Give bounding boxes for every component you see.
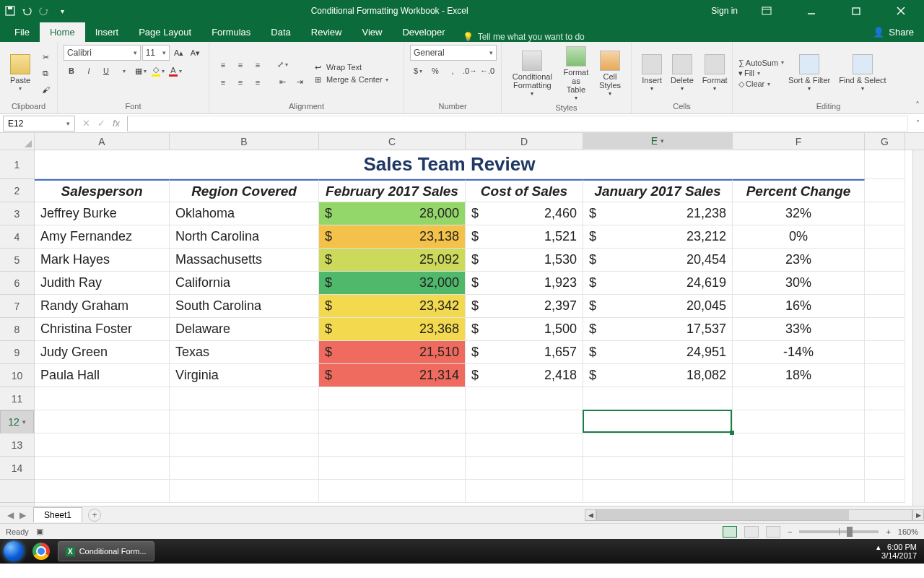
cell-A[interactable] bbox=[35, 457, 170, 480]
row-head-7[interactable]: 7 bbox=[0, 295, 34, 318]
cell-D[interactable]: $1,521 bbox=[466, 225, 583, 249]
enter-formula-icon[interactable]: ✓ bbox=[97, 118, 105, 129]
maximize-icon[interactable] bbox=[840, 0, 872, 22]
cell-F[interactable]: 0% bbox=[733, 225, 865, 249]
align-right-icon[interactable]: ≡ bbox=[250, 75, 266, 90]
tab-data[interactable]: Data bbox=[261, 22, 300, 42]
tab-page-layout[interactable]: Page Layout bbox=[128, 22, 201, 42]
italic-button[interactable]: I bbox=[81, 64, 97, 78]
cell-D[interactable] bbox=[466, 457, 583, 480]
cell-B[interactable]: Region Covered bbox=[170, 179, 319, 202]
cell-F[interactable] bbox=[733, 387, 865, 410]
cell-A[interactable]: Mark Hayes bbox=[35, 249, 170, 272]
save-icon[interactable] bbox=[4, 5, 16, 17]
cell-E[interactable]: $21,238 bbox=[583, 202, 733, 225]
qat-customize-icon[interactable]: ▾ bbox=[56, 5, 68, 17]
cell-D[interactable] bbox=[466, 480, 583, 503]
tray-chevron-icon[interactable]: ▴ bbox=[876, 543, 881, 551]
cell-B[interactable] bbox=[170, 457, 319, 480]
sort-filter-button[interactable]: Sort & Filter▾ bbox=[784, 53, 834, 94]
hscroll-left-icon[interactable]: ◀ bbox=[585, 509, 596, 521]
format-cells-button[interactable]: Format▾ bbox=[698, 53, 732, 94]
increase-font-icon[interactable]: A▴ bbox=[171, 46, 186, 60]
cell-A[interactable] bbox=[35, 434, 170, 457]
cancel-formula-icon[interactable]: ✕ bbox=[82, 118, 90, 129]
clear-button[interactable]: ◇ Clear bbox=[738, 79, 784, 89]
tab-insert[interactable]: Insert bbox=[85, 22, 129, 42]
insert-cells-button[interactable]: Insert▾ bbox=[637, 53, 666, 94]
cell-F[interactable] bbox=[733, 434, 865, 457]
cell-B[interactable]: Texas bbox=[170, 341, 319, 364]
collapse-ribbon-icon[interactable]: ˄ bbox=[915, 100, 920, 111]
cell-C[interactable]: $23,138 bbox=[319, 225, 466, 249]
cell-G[interactable] bbox=[865, 179, 905, 202]
bold-button[interactable]: B bbox=[64, 64, 79, 78]
cell-A[interactable]: Paula Hall bbox=[35, 364, 170, 387]
col-head-e[interactable]: E bbox=[583, 133, 733, 149]
cell-B[interactable]: South Carolina bbox=[170, 295, 319, 318]
cell-C[interactable] bbox=[319, 480, 466, 503]
cell-D[interactable]: Cost of Sales bbox=[466, 179, 583, 202]
cell-E[interactable]: $20,454 bbox=[583, 249, 733, 272]
comma-format-icon[interactable]: , bbox=[445, 64, 461, 78]
row-head-5[interactable]: 5 bbox=[0, 249, 34, 272]
cell-F[interactable]: 16% bbox=[733, 295, 865, 318]
cell-F[interactable]: -14% bbox=[733, 341, 865, 364]
autosum-button[interactable]: ∑ AutoSum bbox=[738, 59, 784, 67]
tab-view[interactable]: View bbox=[352, 22, 392, 42]
row-head-10[interactable]: 10 bbox=[0, 364, 34, 387]
cell-B[interactable] bbox=[170, 387, 319, 410]
share-button[interactable]: 👤 Share bbox=[863, 22, 924, 42]
underline-dropdown[interactable] bbox=[116, 64, 131, 78]
font-size-select[interactable]: 11 bbox=[142, 45, 170, 61]
percent-format-icon[interactable]: % bbox=[427, 64, 443, 78]
align-middle-icon[interactable]: ≡ bbox=[232, 58, 248, 72]
cell-E[interactable] bbox=[583, 457, 733, 480]
sheet-tab-1[interactable]: Sheet1 bbox=[33, 507, 82, 522]
cell-F[interactable]: 23% bbox=[733, 249, 865, 272]
cell-F[interactable]: Percent Change bbox=[733, 179, 865, 202]
accounting-format-icon[interactable]: $ bbox=[410, 64, 426, 78]
row-head-12[interactable]: 12 bbox=[0, 410, 34, 434]
cell-E[interactable]: $24,951 bbox=[583, 341, 733, 364]
select-all-corner[interactable] bbox=[0, 133, 35, 150]
merge-center-button[interactable]: ⊞ Merge & Center bbox=[315, 75, 388, 85]
cut-icon[interactable]: ✂ bbox=[38, 51, 53, 65]
cell-D[interactable]: $1,530 bbox=[466, 249, 583, 272]
cell-B[interactable] bbox=[170, 434, 319, 457]
zoom-level[interactable]: 160% bbox=[898, 527, 918, 536]
zoom-slider[interactable] bbox=[799, 530, 879, 533]
find-select-button[interactable]: Find & Select▾ bbox=[834, 53, 890, 94]
cell-A[interactable] bbox=[35, 410, 170, 434]
cell-D[interactable]: $2,418 bbox=[466, 364, 583, 387]
cell-C[interactable]: February 2017 Sales bbox=[319, 179, 466, 202]
number-format-select[interactable]: General bbox=[410, 45, 497, 61]
new-sheet-button[interactable]: + bbox=[88, 509, 101, 522]
cell-E[interactable]: $17,537 bbox=[583, 318, 733, 341]
cell-C[interactable]: $32,000 bbox=[319, 272, 466, 295]
cell-G[interactable] bbox=[865, 457, 905, 480]
decrease-decimal-icon[interactable]: ←.0 bbox=[479, 64, 495, 78]
cell-E[interactable] bbox=[583, 480, 733, 503]
name-box[interactable]: E12 bbox=[3, 116, 75, 131]
cell-G[interactable] bbox=[865, 318, 905, 341]
align-left-icon[interactable]: ≡ bbox=[215, 75, 231, 90]
cell-G[interactable] bbox=[865, 341, 905, 364]
taskbar-chrome[interactable] bbox=[27, 543, 55, 560]
minimize-icon[interactable] bbox=[796, 0, 827, 22]
cell-D[interactable]: $2,460 bbox=[466, 202, 583, 225]
cell-A[interactable]: Amy Fernandez bbox=[35, 225, 170, 249]
hscroll-right-icon[interactable]: ▶ bbox=[912, 509, 924, 521]
font-name-select[interactable]: Calibri bbox=[64, 45, 141, 61]
cell-A[interactable]: Christina Foster bbox=[35, 318, 170, 341]
cell-C[interactable]: $25,092 bbox=[319, 249, 466, 272]
row-head-15[interactable] bbox=[0, 480, 34, 503]
cell-B[interactable] bbox=[170, 480, 319, 503]
row-head-8[interactable]: 8 bbox=[0, 318, 34, 341]
cell-B[interactable]: Massachusetts bbox=[170, 249, 319, 272]
cell-G[interactable] bbox=[865, 410, 905, 434]
macro-record-icon[interactable]: ▣ bbox=[36, 527, 43, 536]
col-head-f[interactable]: F bbox=[733, 133, 865, 150]
fill-button[interactable]: ▾ Fill bbox=[738, 69, 784, 78]
fx-icon[interactable]: fx bbox=[113, 118, 120, 129]
